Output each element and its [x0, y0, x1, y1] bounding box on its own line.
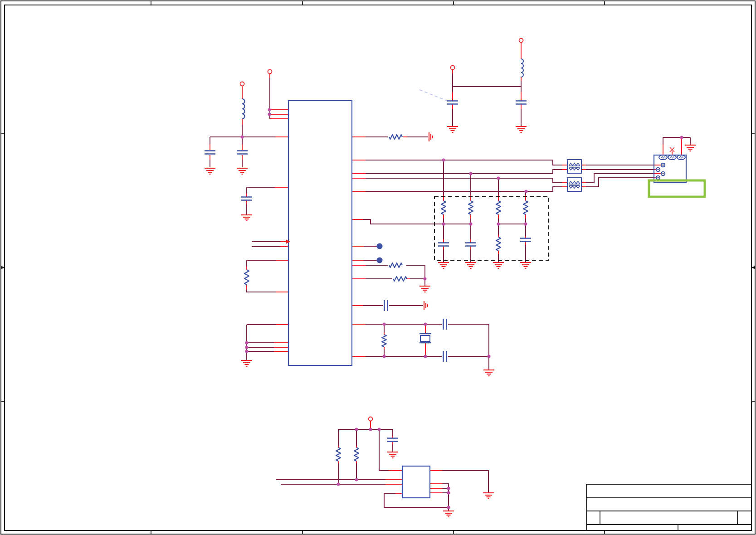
connector-pin-center — [662, 173, 663, 174]
junction-dot — [488, 355, 491, 358]
resistor — [496, 237, 501, 251]
crystal-body — [420, 336, 430, 341]
connector-pin-center — [657, 177, 658, 178]
junction-dot — [245, 341, 249, 345]
schematic-canvas — [0, 0, 756, 535]
resistor — [244, 270, 249, 285]
junction-dot — [369, 428, 372, 431]
junction-dot — [337, 483, 340, 486]
junction-dot — [497, 223, 500, 226]
junction-dot — [447, 491, 450, 495]
choke-body — [567, 160, 581, 173]
guide-dashed-line — [419, 90, 449, 102]
junction-dot — [383, 355, 386, 358]
junction-dot — [525, 190, 528, 193]
junction-dot — [268, 113, 271, 116]
wire — [366, 187, 562, 191]
wire — [247, 290, 276, 292]
power-port — [369, 417, 373, 421]
connector-shield-coil — [661, 156, 665, 158]
junction-dot — [680, 136, 683, 139]
junction-dot — [447, 506, 450, 509]
junction-dot — [447, 487, 450, 490]
choke-body — [567, 178, 581, 191]
resistor — [389, 263, 402, 268]
junction-dot — [524, 223, 527, 226]
wire — [384, 493, 449, 507]
junction-dot — [355, 428, 358, 431]
frame-inner-border — [5, 5, 751, 530]
choke-winding-top — [569, 163, 580, 165]
power-port — [240, 82, 244, 86]
resistor — [441, 201, 446, 214]
wire — [379, 429, 389, 471]
wire — [586, 178, 654, 187]
choke-winding-bottom — [569, 186, 580, 188]
resistor — [523, 201, 528, 214]
junction-dot — [497, 177, 500, 180]
junction-dot — [469, 223, 473, 226]
junction-dot — [241, 136, 244, 139]
resistor — [468, 201, 473, 214]
wire — [406, 265, 425, 279]
terminal-dot — [377, 258, 383, 263]
junction-dot — [424, 277, 427, 281]
power-port — [268, 70, 272, 74]
junction-dot — [442, 159, 445, 162]
aux-ic-body — [402, 466, 430, 498]
wire — [448, 324, 489, 370]
wire — [363, 219, 471, 224]
junction-dot — [424, 355, 427, 358]
junction-dot — [378, 428, 381, 431]
connector-shield-coil — [670, 156, 674, 158]
junction-dot — [383, 323, 386, 326]
junction-dot — [469, 172, 473, 175]
terminal-dot — [377, 243, 383, 249]
inductor — [242, 99, 245, 119]
junction-dot — [424, 323, 427, 326]
resistor — [389, 135, 402, 139]
resistor — [496, 201, 501, 214]
resistor — [336, 447, 341, 461]
junction-dot — [245, 346, 249, 349]
connector-shield-coil — [679, 156, 683, 158]
wire — [366, 178, 562, 183]
junction-dot — [245, 350, 249, 353]
junction-dot — [442, 223, 445, 226]
junction-dot — [355, 478, 358, 482]
termination-group-dashed-box — [434, 196, 548, 261]
inductor — [521, 59, 523, 77]
choke-winding-bottom — [569, 168, 580, 170]
resistor — [393, 277, 407, 281]
resistor — [354, 447, 359, 461]
connector-pin-center — [662, 164, 663, 165]
power-port — [519, 39, 523, 43]
main-ic-body — [288, 101, 352, 365]
power-port — [451, 66, 455, 70]
choke-winding-top — [569, 181, 580, 184]
schematic-page — [0, 0, 756, 535]
wire — [366, 170, 562, 174]
connector-pin-center — [657, 169, 658, 170]
junction-dot — [268, 108, 271, 112]
wire — [410, 279, 425, 286]
wire — [366, 160, 562, 165]
resistor — [382, 335, 386, 347]
frame-outer-border — [1, 1, 755, 534]
